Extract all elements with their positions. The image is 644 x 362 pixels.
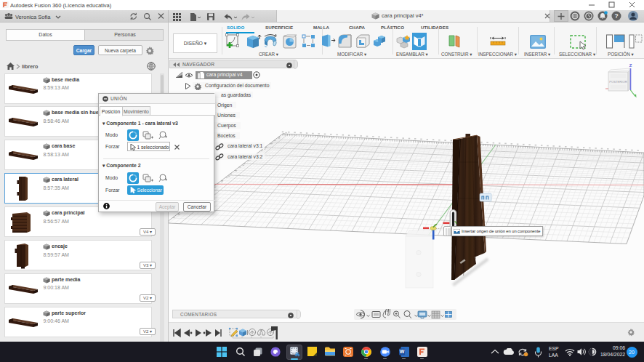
svg-text:Z: Z bbox=[629, 63, 632, 68]
svg-text:POSTERIOR: POSTERIOR bbox=[609, 80, 627, 84]
svg-text:?: ? bbox=[614, 12, 618, 20]
svg-text:W: W bbox=[400, 349, 405, 354]
